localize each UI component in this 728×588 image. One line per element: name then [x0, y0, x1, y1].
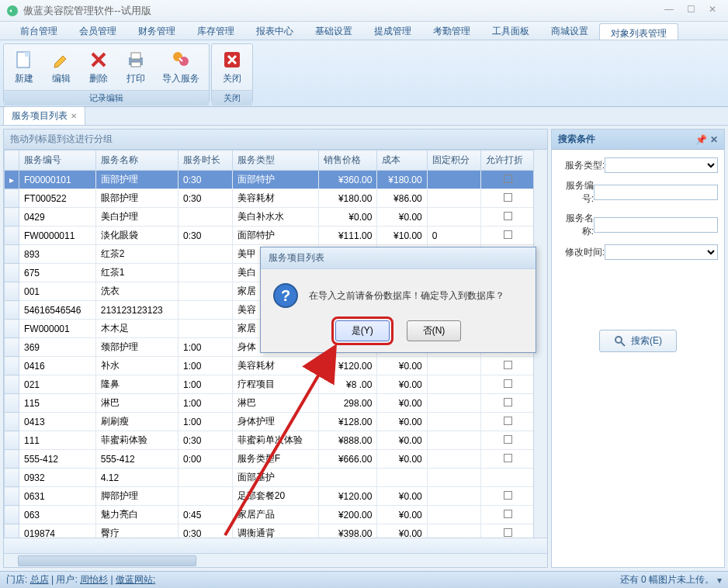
status-user-link[interactable]: 周怡杉	[80, 574, 108, 585]
maximize-button[interactable]: ☐	[681, 4, 700, 18]
status-site-link[interactable]: 傲蓝网站:	[116, 574, 155, 585]
ribbon-group-close: 关闭 关闭	[211, 43, 253, 103]
close-button[interactable]: 关闭	[213, 46, 251, 88]
edit-button[interactable]: 编辑	[43, 46, 80, 88]
ribbon-group-close-label: 关闭	[212, 90, 252, 105]
chevron-down-icon[interactable]: ▾	[717, 575, 722, 586]
svg-rect-2	[25, 52, 29, 57]
print-button[interactable]: 打印	[117, 46, 154, 88]
menubar-item-10[interactable]: 对象列表管理	[599, 23, 678, 40]
table-row[interactable]: 0416补水1:00美容耗材¥120.00¥0.00	[5, 357, 547, 375]
search-panel-title: 搜索条件	[558, 133, 695, 146]
new-label: 新建	[15, 72, 33, 85]
tab-close-icon[interactable]: ✕	[71, 112, 77, 120]
table-row[interactable]: ▸F00000101面部护理0:30面部特护¥360.00¥180.00	[5, 171, 547, 189]
menubar-item-8[interactable]: 工具面板	[481, 22, 540, 40]
checkbox[interactable]	[504, 454, 512, 462]
menubar: 前台管理会员管理财务管理库存管理报表中心基础设置提成管理考勤管理工具面板商城设置…	[0, 22, 728, 40]
table-row[interactable]: 063魅力亮白0:45家居产品¥200.00¥0.00	[5, 506, 547, 524]
dialog-message: 在导入之前请备份数据库！确定导入到数据库？	[309, 289, 504, 303]
col-header-2[interactable]: 服务时长	[179, 150, 233, 171]
confirm-dialog: 服务项目列表 ? 在导入之前请备份数据库！确定导入到数据库？ 是(Y) 否(N)	[260, 247, 536, 353]
status-right: 还有 0 幅图片未上传。	[620, 573, 714, 586]
search-button[interactable]: 搜索(E)	[599, 330, 677, 352]
group-hint: 拖动列标题到这进行分组	[4, 130, 547, 150]
checkbox[interactable]	[504, 417, 512, 425]
checkbox[interactable]	[504, 379, 512, 388]
service-name-input[interactable]	[594, 217, 718, 233]
checkbox[interactable]	[504, 230, 512, 239]
panel-close-icon[interactable]: ✕	[710, 134, 718, 145]
menubar-item-2[interactable]: 财务管理	[127, 22, 186, 40]
table-row[interactable]: 09324.12面部基护	[5, 469, 547, 487]
col-header-3[interactable]: 服务类型	[232, 150, 318, 171]
col-header-6[interactable]: 固定积分	[427, 150, 481, 171]
table-row[interactable]: 019874臀疗0:30调衡通背¥398.00¥0.00	[5, 524, 547, 538]
delete-label: 删除	[89, 72, 108, 85]
col-header-5[interactable]: 成本	[377, 150, 427, 171]
dialog-yes-button[interactable]: 是(Y)	[335, 320, 390, 341]
checkbox[interactable]	[504, 435, 512, 444]
label-service-type: 服务类型:	[558, 159, 605, 172]
menubar-item-4[interactable]: 报表中心	[245, 22, 304, 40]
close-icon	[221, 49, 243, 71]
edit-label: 编辑	[52, 72, 71, 85]
table-row[interactable]: 111菲蜜莉体验0:30菲蜜莉单次体验¥888.00¥0.00	[5, 431, 547, 450]
delete-button[interactable]: 删除	[80, 46, 117, 88]
checkbox[interactable]	[504, 175, 512, 183]
col-header-7[interactable]: 允许打折	[481, 150, 536, 171]
table-row[interactable]: 0429美白护理美白补水水¥0.00¥0.00	[5, 208, 547, 227]
svg-rect-4	[131, 53, 140, 59]
search-panel: 搜索条件 📌 ✕ 服务类型: 服务编号: 服务名称: 修改时间: 搜索(E)	[551, 129, 725, 568]
tab-service-list[interactable]: 服务项目列表 ✕	[3, 106, 85, 125]
dialog-no-button[interactable]: 否(N)	[407, 320, 462, 341]
table-row[interactable]: FT000522眼部护理0:30美容耗材¥180.00¥86.00	[5, 189, 547, 208]
checkbox[interactable]	[504, 528, 512, 537]
pin-icon[interactable]: 📌	[695, 134, 707, 145]
tabstrip: 服务项目列表 ✕	[0, 107, 728, 126]
checkbox[interactable]	[504, 510, 512, 518]
new-icon	[13, 49, 35, 71]
col-header-0[interactable]: 服务编号	[19, 150, 96, 171]
menubar-item-9[interactable]: 商城设置	[540, 22, 599, 40]
aggregate-row	[4, 538, 547, 553]
mod-time-select[interactable]	[605, 244, 718, 260]
checkbox[interactable]	[504, 398, 512, 406]
close-window-button[interactable]: ✕	[703, 4, 722, 18]
table-row[interactable]: 021隆鼻1:00疗程项目¥8 .00¥0.00	[5, 375, 547, 394]
checkbox[interactable]	[504, 193, 512, 202]
window-title: 傲蓝美容院管理软件--试用版	[23, 4, 660, 18]
import-button[interactable]: 导入服务	[154, 46, 207, 88]
new-button[interactable]: 新建	[5, 46, 43, 88]
service-code-input[interactable]	[594, 185, 718, 200]
service-type-select[interactable]	[605, 157, 718, 173]
table-row[interactable]: FW0000011淡化眼袋0:30面部特护¥111.00¥10.000	[5, 227, 547, 245]
row-indicator-header	[5, 150, 19, 171]
table-row[interactable]: 0631脚部护理足部套餐20¥120.00¥0.00	[5, 487, 547, 506]
menubar-item-5[interactable]: 基础设置	[304, 22, 363, 40]
menubar-item-0[interactable]: 前台管理	[9, 22, 68, 40]
label-mod-time: 修改时间:	[558, 246, 605, 259]
status-store-link[interactable]: 总店	[30, 574, 49, 585]
checkbox[interactable]	[504, 212, 512, 220]
menubar-item-3[interactable]: 库存管理	[186, 22, 245, 40]
search-button-label: 搜索(E)	[631, 334, 662, 348]
menubar-item-1[interactable]: 会员管理	[68, 22, 127, 40]
search-icon	[614, 335, 626, 348]
col-header-1[interactable]: 服务名称	[95, 150, 178, 171]
table-row[interactable]: 0413刷刷瘦1:00身体护理¥128.00¥0.00	[5, 413, 547, 431]
checkbox[interactable]	[504, 361, 512, 369]
label-service-name: 服务名称:	[558, 212, 594, 238]
menubar-item-6[interactable]: 提成管理	[363, 22, 422, 40]
table-row[interactable]: 555-412555-4120:00服务类型F¥666.00¥0.00	[5, 450, 547, 469]
menubar-item-7[interactable]: 考勤管理	[422, 22, 481, 40]
horizontal-scrollbar[interactable]	[4, 553, 547, 567]
col-header-4[interactable]: 销售价格	[318, 150, 377, 171]
svg-point-0	[7, 5, 18, 16]
import-icon	[170, 49, 192, 71]
table-row[interactable]: 115淋巴1:00淋巴 298.00¥0.00	[5, 394, 547, 413]
minimize-button[interactable]: —	[660, 4, 678, 18]
label-service-code: 服务编号:	[558, 179, 594, 206]
checkbox[interactable]	[504, 491, 512, 500]
close-label: 关闭	[223, 72, 241, 85]
